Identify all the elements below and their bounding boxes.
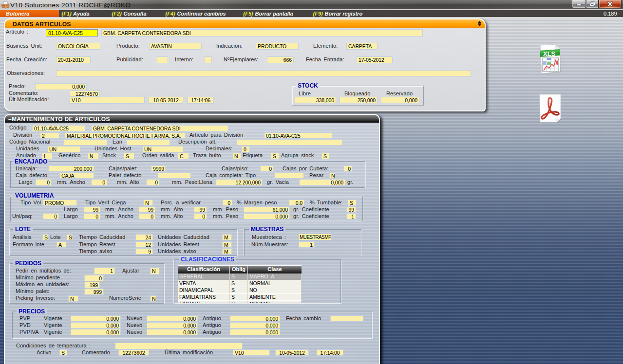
svg-text:XLS: XLS: [543, 50, 556, 57]
